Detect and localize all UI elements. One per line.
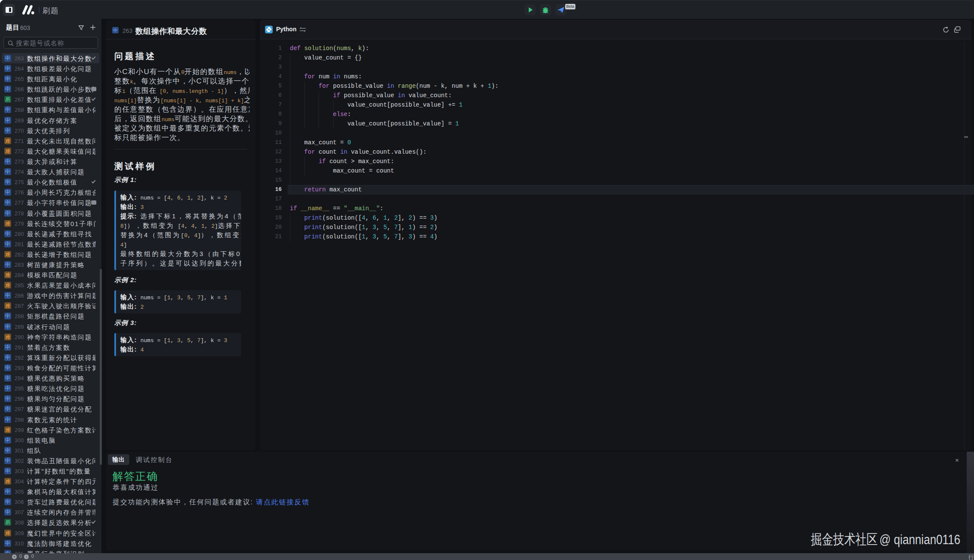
svg-text:掘金技术社区: 掘金技术社区 <box>811 531 878 547</box>
svg-text:@ qiannian0116: @ qiannian0116 <box>879 532 960 547</box>
